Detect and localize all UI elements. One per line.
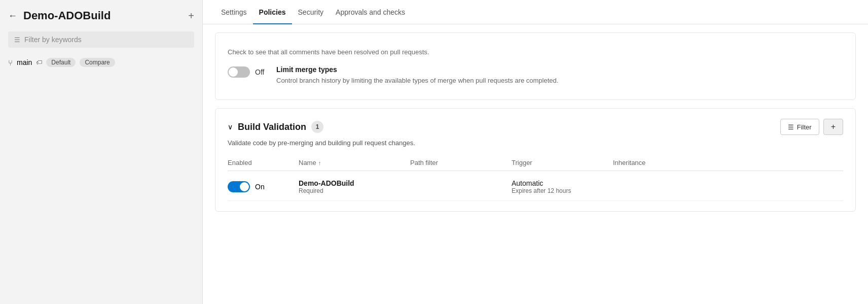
col-enabled: Enabled [228,159,299,166]
build-filter-button[interactable]: ☰ Filter [780,119,819,135]
table-header: Enabled Name ↑ Path filter Trigger Inher… [228,155,843,171]
sidebar-header: ← Demo-ADOBuild + [0,0,202,31]
build-validation-count: 1 [311,121,323,133]
compare-badge[interactable]: Compare [80,58,115,67]
main-panel: Settings Policies Security Approvals and… [203,0,868,304]
tab-approvals[interactable]: Approvals and checks [330,0,411,24]
col-trigger: Trigger [512,159,613,166]
col-name[interactable]: Name ↑ [299,159,410,166]
content-area: Check to see that all comments have been… [203,24,868,304]
limit-merge-title: Limit merge types [276,65,558,74]
tabs-bar: Settings Policies Security Approvals and… [203,0,868,24]
row-trigger-sub: Expires after 12 hours [512,187,613,194]
col-inheritance: Inheritance [613,159,694,166]
limit-merge-toggle-wrap[interactable]: Off [228,66,268,78]
branch-name: main [17,58,32,66]
tab-settings[interactable]: Settings [215,0,253,24]
toggle-knob-on [240,182,249,191]
toggle-knob [229,67,238,77]
branch-icon: ⑂ [8,58,13,67]
toggle-off-label: Off [255,68,264,76]
build-validation-card: ∨ Build Validation 1 ☰ Filter + Validate… [215,108,856,212]
limit-merge-toggle[interactable] [228,66,250,78]
build-validation-desc: Validate code by pre-merging and buildin… [228,139,843,147]
row-trigger-main: Automatic [512,179,613,187]
add-branch-button[interactable]: + [188,10,194,22]
col-path-filter: Path filter [410,159,512,166]
tab-policies[interactable]: Policies [253,0,292,24]
branch-row: ⑂ main 🏷 Default Compare [0,54,202,71]
comments-policy-row: Check to see that all comments have been… [228,43,843,61]
limit-merge-policy-row: Off Limit merge types Control branch his… [228,61,843,90]
filter-icon: ☰ [14,36,20,44]
filter-lines-icon: ☰ [788,123,794,131]
tag-icon: 🏷 [36,59,42,66]
row-name: Demo-ADOBuild [299,179,410,187]
comments-policy-card: Check to see that all comments have been… [215,32,856,100]
filter-placeholder: Filter by keywords [24,36,82,44]
tab-security[interactable]: Security [292,0,330,24]
row-toggle-cell[interactable]: On [228,181,299,192]
row-name-cell: Demo-ADOBuild Required [299,179,410,194]
sidebar: ← Demo-ADOBuild + ☰ Filter by keywords ⑂… [0,0,203,304]
comments-policy-desc: Check to see that all comments have been… [228,47,429,57]
build-add-button[interactable]: + [823,119,843,135]
row-enabled-toggle[interactable] [228,181,250,192]
row-trigger-cell: Automatic Expires after 12 hours [512,179,613,194]
build-validation-title: Build Validation [238,122,306,132]
section-actions: ☰ Filter + [780,119,843,135]
limit-merge-desc: Control branch history by limiting the a… [276,76,558,86]
default-badge[interactable]: Default [46,58,76,67]
build-validation-header: ∨ Build Validation 1 ☰ Filter + [228,119,843,135]
limit-merge-text: Limit merge types Control branch history… [276,65,558,86]
project-title: Demo-ADOBuild [23,9,182,22]
sort-icon: ↑ [318,160,321,166]
collapse-icon[interactable]: ∨ [228,123,233,131]
table-row: On Demo-ADOBuild Required Automatic Expi… [228,173,843,201]
row-sub: Required [299,187,410,194]
back-button[interactable]: ← [8,11,17,21]
row-toggle-label: On [255,183,265,191]
filter-btn-label: Filter [797,123,812,131]
filter-bar[interactable]: ☰ Filter by keywords [8,31,194,48]
